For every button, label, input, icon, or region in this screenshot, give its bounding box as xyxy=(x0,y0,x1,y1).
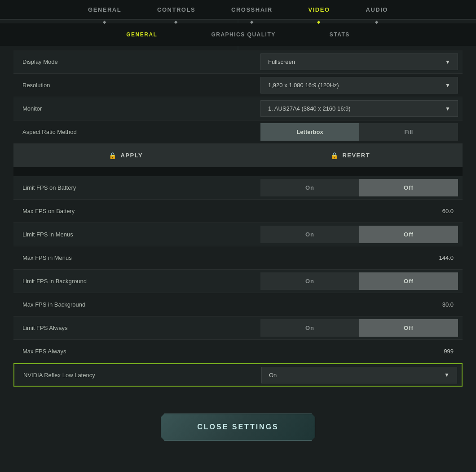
monitor-row: Monitor 1. AUS27A4 (3840 x 2160 16:9) ▼ xyxy=(13,97,463,120)
settings-content: Display Mode Fullscreen ▼ Resolution 1,9… xyxy=(0,46,476,391)
tab-crosshair[interactable]: CROSSHAIR xyxy=(213,0,291,19)
limit-fps-always-row: Limit FPS Always On Off xyxy=(13,316,463,340)
limit-fps-battery-off[interactable]: Off xyxy=(359,179,458,196)
close-settings-button[interactable]: CLOSE SETTINGS xyxy=(161,414,315,441)
sub-tab-graphics-quality[interactable]: GRAPHICS QUALITY xyxy=(184,31,302,38)
nvidia-reflex-row: NVIDIA Reflex Low Latency On ▼ xyxy=(13,363,463,387)
resolution-row: Resolution 1,920 x 1,080 16:9 (120Hz) ▼ xyxy=(13,74,463,97)
sub-nav: GENERAL GRAPHICS QUALITY STATS xyxy=(0,23,476,46)
sub-tab-general[interactable]: GENERAL xyxy=(99,31,184,38)
max-fps-bg-value: 30.0 xyxy=(256,301,463,308)
revert-button[interactable]: 🔒 REVERT xyxy=(238,144,463,167)
max-fps-battery-label: Max FPS on Battery xyxy=(13,208,256,214)
display-mode-row: Display Mode Fullscreen ▼ xyxy=(13,50,463,74)
lock-icon: 🔒 xyxy=(109,152,117,159)
max-fps-bg-row: Max FPS in Background 30.0 xyxy=(13,293,463,316)
limit-fps-battery-row: Limit FPS on Battery On Off xyxy=(13,176,463,200)
limit-fps-menus-row: Limit FPS in Menus On Off xyxy=(13,223,463,246)
max-fps-bg-label: Max FPS in Background xyxy=(13,301,256,308)
display-mode-label: Display Mode xyxy=(13,58,256,65)
limit-fps-bg-off[interactable]: Off xyxy=(359,272,458,290)
resolution-value: 1,920 x 1,080 16:9 (120Hz) ▼ xyxy=(256,77,463,94)
resolution-label: Resolution xyxy=(13,82,256,89)
action-row: 🔒 APPLY 🔒 REVERT xyxy=(13,144,463,167)
limit-fps-menus-value: On Off xyxy=(256,226,463,243)
close-settings-container: CLOSE SETTINGS xyxy=(0,391,476,463)
limit-fps-battery-on[interactable]: On xyxy=(260,179,359,196)
max-fps-battery-value: 60.0 xyxy=(256,208,463,214)
limit-fps-battery-toggle: On Off xyxy=(260,179,458,196)
limit-fps-always-off[interactable]: Off xyxy=(359,319,458,337)
max-fps-always-value: 999 xyxy=(256,348,463,355)
max-fps-always-row: Max FPS Always 999 xyxy=(13,340,463,363)
aspect-ratio-value: Letterbox Fill xyxy=(256,123,463,141)
aspect-ratio-label: Aspect Ratio Method xyxy=(13,129,256,135)
monitor-label: Monitor xyxy=(13,105,256,112)
letterbox-button[interactable]: Letterbox xyxy=(260,123,359,141)
nvidia-reflex-value: On ▼ xyxy=(257,367,462,383)
sub-tab-stats[interactable]: STATS xyxy=(303,31,377,38)
max-fps-battery-row: Max FPS on Battery 60.0 xyxy=(13,200,463,223)
tab-video[interactable]: VIDEO xyxy=(291,0,348,19)
tab-audio[interactable]: AUDIO xyxy=(348,0,406,19)
limit-fps-always-toggle: On Off xyxy=(260,319,458,337)
limit-fps-always-value: On Off xyxy=(256,319,463,337)
limit-fps-bg-on[interactable]: On xyxy=(260,272,359,290)
dropdown-arrow-icon: ▼ xyxy=(445,106,450,112)
max-fps-menus-label: Max FPS in Menus xyxy=(13,254,256,261)
display-mode-value: Fullscreen ▼ xyxy=(256,53,463,70)
limit-fps-bg-label: Limit FPS in Background xyxy=(13,278,256,285)
limit-fps-menus-on[interactable]: On xyxy=(260,226,359,243)
tab-general[interactable]: GENERAL xyxy=(70,0,139,19)
tab-controls[interactable]: CONTROLS xyxy=(139,0,213,19)
limit-fps-menus-off[interactable]: Off xyxy=(359,226,458,243)
limit-fps-bg-toggle: On Off xyxy=(260,272,458,290)
limit-fps-always-on[interactable]: On xyxy=(260,319,359,337)
max-fps-menus-row: Max FPS in Menus 144.0 xyxy=(13,246,463,270)
limit-fps-battery-value: On Off xyxy=(256,179,463,196)
dropdown-arrow-icon: ▼ xyxy=(445,59,450,65)
limit-fps-menus-toggle: On Off xyxy=(260,226,458,243)
aspect-ratio-row: Aspect Ratio Method Letterbox Fill xyxy=(13,120,463,144)
limit-fps-always-label: Limit FPS Always xyxy=(13,325,256,331)
monitor-value: 1. AUS27A4 (3840 x 2160 16:9) ▼ xyxy=(256,100,463,117)
apply-button[interactable]: 🔒 APPLY xyxy=(13,144,238,167)
monitor-dropdown[interactable]: 1. AUS27A4 (3840 x 2160 16:9) ▼ xyxy=(260,100,458,117)
top-nav: GENERAL CONTROLS CROSSHAIR VIDEO AUDIO xyxy=(0,0,476,20)
display-mode-dropdown[interactable]: Fullscreen ▼ xyxy=(260,53,458,70)
max-fps-always-label: Max FPS Always xyxy=(13,348,256,355)
limit-fps-battery-label: Limit FPS on Battery xyxy=(13,184,256,191)
dropdown-arrow-icon: ▼ xyxy=(444,372,450,378)
fill-button[interactable]: Fill xyxy=(359,123,458,141)
limit-fps-bg-row: Limit FPS in Background On Off xyxy=(13,270,463,293)
dropdown-arrow-icon: ▼ xyxy=(445,82,450,89)
resolution-dropdown[interactable]: 1,920 x 1,080 16:9 (120Hz) ▼ xyxy=(260,77,458,94)
limit-fps-menus-label: Limit FPS in Menus xyxy=(13,231,256,238)
nvidia-reflex-dropdown[interactable]: On ▼ xyxy=(261,367,457,383)
section-spacer xyxy=(13,167,463,176)
aspect-ratio-group: Letterbox Fill xyxy=(260,123,458,141)
nvidia-reflex-label: NVIDIA Reflex Low Latency xyxy=(14,372,257,378)
limit-fps-bg-value: On Off xyxy=(256,272,463,290)
lock-icon: 🔒 xyxy=(331,152,339,159)
max-fps-menus-value: 144.0 xyxy=(256,254,463,261)
